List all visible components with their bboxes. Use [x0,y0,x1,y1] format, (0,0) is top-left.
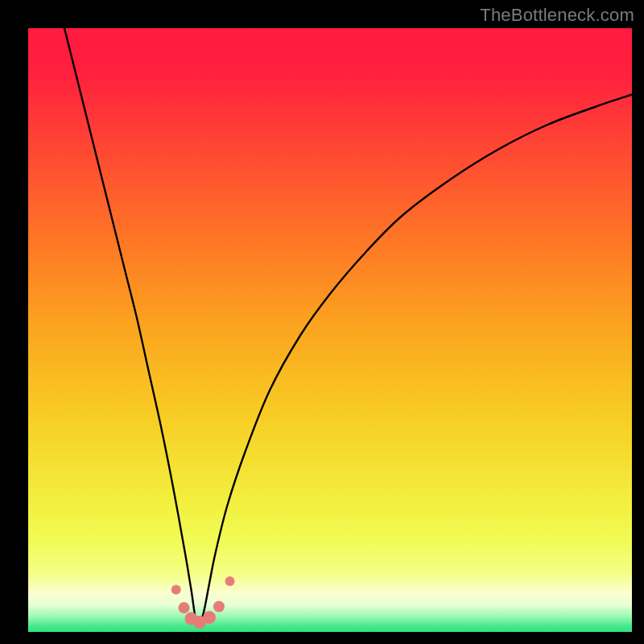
chart-frame: TheBottleneck.com [0,0,644,644]
curve-layer [28,28,632,632]
plot-area [28,28,632,632]
bottleneck-curve [64,28,632,627]
highlight-dots [171,576,235,629]
watermark-text: TheBottleneck.com [480,5,634,26]
highlight-dot [213,601,225,613]
highlight-dot [203,611,216,624]
highlight-dot [179,602,190,613]
highlight-dot [171,585,181,595]
highlight-dot [225,576,235,586]
